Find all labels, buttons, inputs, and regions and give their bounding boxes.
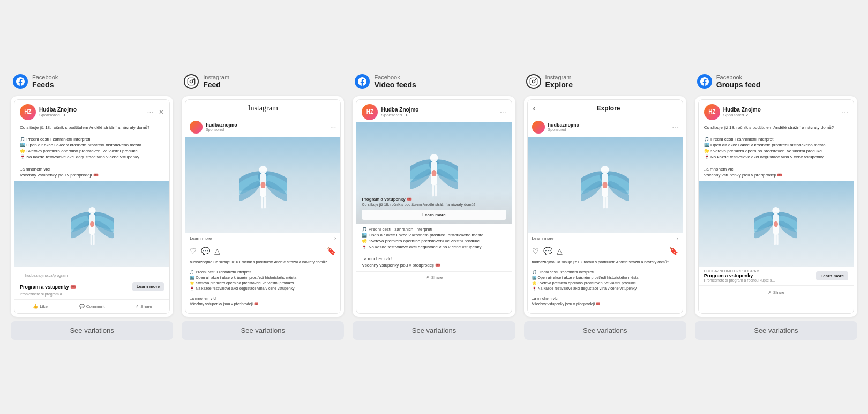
like-icon: 👍	[33, 304, 38, 309]
ig-learn-bar[interactable]: Learn more ›	[185, 233, 340, 243]
fbv-post-header: HZ Hudba Znojmo Sponsored · ♦ ···	[356, 100, 511, 122]
fb-learn-more-button[interactable]: Learn more	[132, 282, 164, 291]
vf-overlay-text: Co slibuje již 18. ročník s podtitulem A…	[362, 203, 506, 206]
fbg-share-label: Share	[773, 290, 784, 295]
svg-point-21	[259, 166, 267, 174]
fbg-learn-more-button[interactable]: Learn more	[816, 271, 848, 280]
see-variations-button-5[interactable]: See variations	[695, 321, 857, 340]
explore-learn-bar[interactable]: Learn more ›	[528, 233, 683, 243]
svg-rect-23	[261, 196, 263, 209]
fb-share-action[interactable]: ↗ Share	[118, 302, 169, 311]
vf-overlay-title: Program a vstupenky 🎟️	[362, 197, 506, 202]
explore-heart-icon[interactable]: ♡	[532, 247, 539, 255]
fb-like-action[interactable]: 👍 Like	[14, 302, 66, 311]
ig-avatar	[190, 121, 203, 134]
vf-share-label: Share	[431, 275, 443, 280]
see-variations-button-1[interactable]: See variations	[11, 321, 173, 340]
svg-rect-49	[606, 196, 608, 209]
ig-comment-icon[interactable]: 💬	[201, 247, 210, 255]
explore-more-icon[interactable]: ···	[672, 123, 678, 131]
placement-name-ig: Feed	[203, 80, 229, 90]
fb-post-header: HZ Hudba Znojmo Sponsored · ♦ ··· ✕	[14, 100, 169, 122]
explore-sponsored: Sponsored	[548, 128, 669, 131]
fb-avatar-img: HZ	[20, 104, 36, 120]
fb-action-bar: 👍 Like 💬 Comment ↗ Share	[14, 299, 169, 313]
fb-username: Hudba Znojmo	[39, 107, 144, 113]
platform-name: Facebook	[32, 74, 58, 80]
explore-bookmark-icon[interactable]: 🔖	[669, 247, 678, 255]
fb-post-text: Co slibuje již 18. ročník s podtitulem A…	[14, 122, 169, 182]
fb-comment-action[interactable]: 💬 Comment	[66, 302, 117, 311]
fb-more-icon[interactable]: ···	[147, 108, 154, 116]
fbg-cta-bar: HUDBAZNOJMO.CZ/PROGRAM Program a vstupen…	[699, 267, 854, 285]
placement-name-fbg: Groups feed	[716, 80, 760, 90]
instagram-icon-2	[526, 74, 541, 89]
header-text-facebook-groups: Facebook Groups feed	[716, 74, 760, 90]
column-header-facebook-feeds: Facebook Feeds	[11, 74, 58, 90]
explore-chevron-icon: ›	[676, 235, 678, 241]
explore-back-icon[interactable]: ‹	[533, 104, 536, 113]
explore-title: Explore	[540, 105, 677, 112]
placement-name-ige: Explore	[545, 80, 573, 90]
svg-point-13	[193, 79, 193, 80]
explore-share-icon[interactable]: △	[557, 247, 563, 255]
column-facebook-video-feeds: Facebook Video feeds HZ Hudba Znojmo Spo…	[353, 74, 515, 340]
explore-header: ‹ Explore	[528, 100, 683, 117]
comment-label: Comment	[86, 304, 105, 309]
fbg-share-action[interactable]: ↗ Share	[699, 288, 854, 297]
ig-more-icon[interactable]: ···	[330, 123, 336, 131]
vf-post-image: Program a vstupenky 🎟️ Co slibuje již 18…	[356, 122, 511, 224]
fbg-cta-title: Program a vstupenky	[704, 273, 817, 278]
ig-learn-more-label: Learn more	[190, 236, 334, 241]
explore-comment-icon[interactable]: 💬	[543, 247, 552, 255]
fb-user-info: Hudba Znojmo Sponsored · ♦	[39, 107, 144, 117]
fbv-more-icon[interactable]: ···	[500, 108, 506, 116]
angel-visual-5	[699, 181, 854, 267]
vf-share-bar[interactable]: ↗ Share	[356, 271, 511, 283]
svg-point-33	[432, 170, 437, 176]
placement-name: Feeds	[32, 80, 58, 90]
explore-post-image	[528, 137, 683, 233]
preview-card-facebook-feeds: HZ Hudba Znojmo Sponsored · ♦ ··· ✕ Co s…	[11, 96, 173, 317]
fbg-share-icon: ↗	[768, 290, 772, 295]
vf-learn-more-button[interactable]: Learn more	[362, 210, 506, 220]
column-instagram-explore: Instagram Explore ‹ Explore hudbaznojmo …	[524, 74, 686, 340]
see-variations-button-2[interactable]: See variations	[182, 321, 344, 340]
fbv-sponsored: Sponsored · ♦	[381, 113, 497, 117]
fbg-user-info: Hudba Znojmo Sponsored ✔	[723, 107, 839, 117]
ig-sponsored: Sponsored	[206, 128, 327, 131]
see-variations-button-3[interactable]: See variations	[353, 321, 515, 340]
svg-rect-36	[530, 78, 537, 85]
svg-point-8	[90, 221, 94, 227]
instagram-icon-1	[184, 74, 199, 89]
column-header-facebook-groups: Facebook Groups feed	[695, 74, 760, 90]
fbg-more-icon[interactable]: ···	[842, 108, 848, 116]
fbg-action-bar: ↗ Share	[699, 285, 854, 299]
fb-avatar: HZ	[20, 104, 36, 120]
mock-screen-instagram-explore: ‹ Explore hudbaznojmo Sponsored ···	[527, 99, 683, 314]
ig-bookmark-icon[interactable]: 🔖	[327, 247, 336, 255]
ig-heart-icon[interactable]: ♡	[190, 247, 197, 255]
header-text-instagram-feed: Instagram Feed	[203, 74, 229, 90]
fb-cta-row: Program a vstupenky 🎟️ Learn more	[14, 280, 169, 292]
fbg-sponsored: Sponsored ✔	[723, 113, 839, 117]
svg-rect-9	[90, 234, 92, 245]
see-variations-button-4[interactable]: See variations	[524, 321, 686, 340]
platform-name-fbg: Facebook	[716, 74, 760, 80]
mock-screen-facebook-video: HZ Hudba Znojmo Sponsored · ♦ ···	[356, 99, 512, 314]
ig-chevron-icon: ›	[334, 235, 336, 241]
fb-close-icon[interactable]: ✕	[159, 108, 164, 116]
fbv-username: Hudba Znojmo	[381, 107, 497, 113]
fbg-post-header: HZ Hudba Znojmo Sponsored ✔ ···	[699, 100, 854, 122]
like-label: Like	[40, 304, 48, 309]
svg-point-32	[430, 154, 438, 162]
platform-name-ig: Instagram	[203, 74, 229, 80]
svg-rect-59	[774, 234, 776, 245]
ig-app-header: Instagram	[185, 100, 340, 117]
ig-share-icon[interactable]: △	[214, 247, 220, 255]
svg-point-46	[601, 166, 609, 174]
share-icon: ↗	[135, 304, 139, 309]
fbg-username: Hudba Znojmo	[723, 107, 839, 113]
svg-point-57	[773, 207, 780, 214]
facebook-icon-3	[697, 74, 712, 89]
